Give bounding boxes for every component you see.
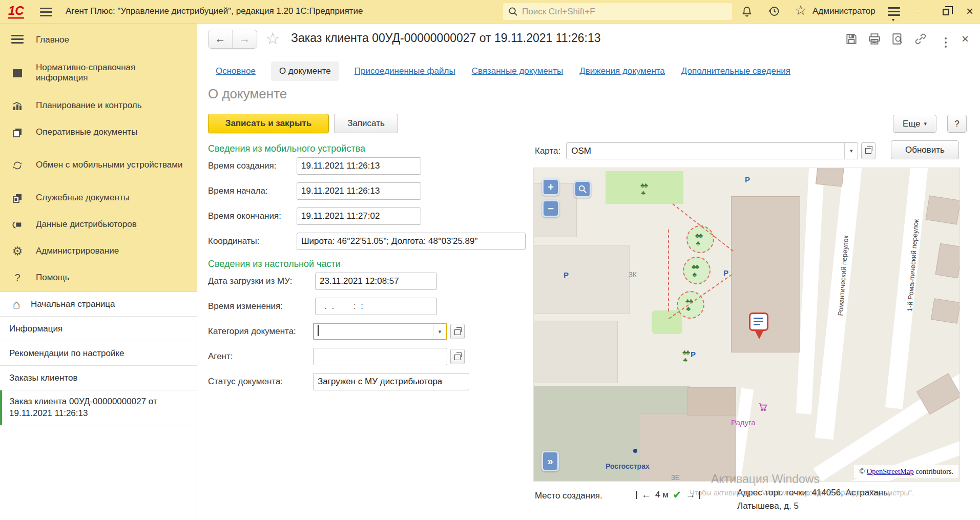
history-icon[interactable] [767,5,781,18]
window-minimize-button[interactable]: _ [916,3,921,14]
map-zoom-out-button[interactable]: − [542,200,559,217]
sidebar-item-main[interactable]: Главное [0,27,197,53]
preview-icon[interactable] [890,32,905,47]
ruler-start-bar [636,491,637,499]
chart-icon [10,99,25,112]
change-time-field[interactable]: . . : : [315,298,437,315]
document-status-field[interactable]: Загружен с МУ дистрибьютора [313,373,469,390]
map-expand-button[interactable]: » [541,451,559,471]
tab-document-movements[interactable]: Движения документа [578,62,666,80]
tab-related-documents[interactable]: Связанные документы [471,62,565,80]
sidebar-item-service-documents[interactable]: Служебные документы [0,184,197,211]
tab-attached-files[interactable]: Присоединенные файлы [353,62,456,80]
openstreetmap-link[interactable]: OpenStreetMap [867,467,914,475]
back-button[interactable]: ← [208,30,233,48]
field-label: Время изменения: [208,301,315,311]
tab-main[interactable]: Основное [215,62,257,80]
open-category-button[interactable] [450,324,465,339]
sidebar-item-distributor-data[interactable]: Данные дистрибьюторов [0,211,197,238]
sidebar-item-information[interactable]: Информация [0,317,197,341]
agent-field[interactable] [313,348,447,365]
arrow-left-icon: ← [641,489,651,501]
service-menu-icon[interactable]: ▾ [888,7,900,18]
sidebar-item-label: Оперативные документы [36,127,137,137]
sidebar-item-planning[interactable]: Планирование и контроль [0,92,197,119]
sidebar-item-label: Заказы клиентов [9,373,78,383]
marker-document-icon [749,313,768,331]
forward-button[interactable]: → [233,30,257,48]
save-and-close-button[interactable]: Записать и закрыть [208,114,329,133]
save-icon[interactable] [844,32,859,47]
sidebar-item-label: Обмен с мобильными устройствами [36,160,183,170]
windows-activation-watermark-line2: Чтобы активировать Windows, перейдите в … [690,489,914,497]
print-icon[interactable] [867,32,882,47]
sidebar-item-administration[interactable]: ⚙ Администрирование [0,238,197,264]
question-icon: ? [10,272,25,284]
document-category-field[interactable]: ▾ [313,323,447,340]
more-button-label: Еще [903,119,921,129]
sidebar-item-mobile-exchange[interactable]: Обмен с мобильными устройствами [0,145,197,184]
dropdown-arrow-icon[interactable]: ▾ [844,143,858,159]
field-label: Время окончания: [208,211,297,221]
parking-label: P [691,350,696,359]
help-button[interactable]: ? [947,115,967,133]
shopping-cart-icon [758,402,768,412]
sidebar-item-help[interactable]: ? Помощь [0,264,197,291]
map-provider-select[interactable]: OSM ▾ [566,142,858,159]
map-zoom-in-button[interactable]: + [542,178,559,196]
sidebar-item-operational-documents[interactable]: Оперативные документы [0,119,197,145]
map[interactable]: ♣♣ ♣ ♣♣ ♣ ♣♣ ♣ ♣♣ ♣ ♣♣ ♣ P P P P 3К 3Е Р… [533,168,960,482]
1c-logo-icon: 1С [8,4,24,19]
dropdown-arrow-icon[interactable]: ▾ [433,324,446,339]
building-label: 3Е [671,473,680,482]
more-menu-kebab-icon[interactable] [939,32,953,47]
coordinates-field[interactable]: Широта: 46°22'51.05"; Долгота: 48°03'25.… [297,233,526,250]
parking-label: P [745,175,750,184]
distance-value: 4 м [655,490,669,500]
map-search-button[interactable] [574,180,591,198]
sidebar: Главное Нормативно-справочная информация… [0,24,197,520]
main-menu-icon[interactable] [40,8,52,16]
sidebar-item-label: Начальная страница [31,299,115,309]
map-building [639,413,736,482]
document-tabs: Основное О документе Присоединенные файл… [215,61,791,81]
building-label: 3К [629,271,637,279]
load-date-field[interactable]: 23.11.2021 12:08:57 [315,273,437,290]
home-icon: ⌂ [9,297,24,311]
sidebar-item-customer-orders[interactable]: Заказы клиентов [0,366,197,390]
open-agent-button[interactable] [450,349,465,364]
sidebar-item-current-order[interactable]: Заказ клиента 00УД-00000000027 от 19.11.… [0,390,197,425]
start-time-field[interactable]: 19.11.2021 11:26:13 [297,182,421,200]
window-restore-button[interactable] [943,9,949,15]
tree-icon: ♣♣ ♣ [692,263,698,278]
window-close-button[interactable]: × [966,5,973,18]
tab-about-document[interactable]: О документе [271,61,339,81]
favorite-star-icon[interactable]: ☆ [265,29,280,48]
open-map-settings-button[interactable] [861,142,875,159]
menu-icon [10,34,25,46]
sidebar-item-home-page[interactable]: ⌂ Начальная страница [0,292,197,317]
notifications-bell-icon[interactable] [740,5,754,18]
refresh-map-button[interactable]: Обновить [891,140,959,159]
copy-documents-icon [10,192,25,204]
created-time-field[interactable]: 19.11.2021 11:26:13 [297,157,421,175]
tab-additional-info[interactable]: Дополнительные сведения [680,62,791,80]
end-time-field[interactable]: 19.11.2021 11:27:02 [297,207,421,225]
sidebar-item-label: Информация [9,324,62,334]
chevron-down-icon: ▾ [924,120,927,127]
current-user[interactable]: Администратор [812,6,875,16]
more-button[interactable]: Еще ▾ [893,115,936,133]
sidebar-item-reference-info[interactable]: Нормативно-справочная информация [0,53,197,92]
close-document-icon[interactable]: × [958,32,972,47]
map-label: Карта: [535,146,560,156]
location-marker-pin[interactable] [749,313,769,342]
save-button[interactable]: Записать [334,114,398,133]
creation-place-label: Место создания. [535,491,602,501]
link-icon[interactable] [913,32,928,47]
parking-label: P [564,271,569,279]
search-input[interactable]: Поиск Ctrl+Shift+F [503,3,732,20]
sections-panel: Главное Нормативно-справочная информация… [0,24,197,292]
sidebar-item-setup-recommendations[interactable]: Рекомендации по настройке [0,341,197,366]
favorites-star-icon[interactable]: ☆ [794,4,807,17]
field-label: Дата загрузки из МУ: [208,276,315,286]
